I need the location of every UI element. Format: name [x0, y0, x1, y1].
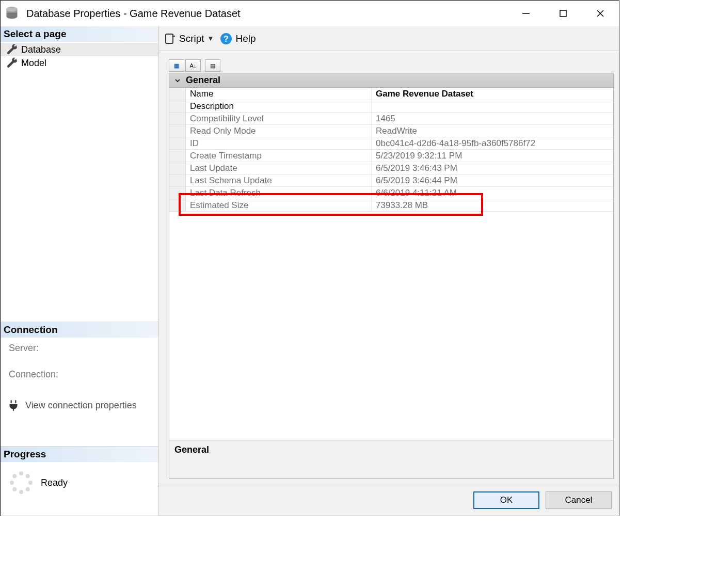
- connection-header: Connection: [1, 322, 158, 338]
- property-grid: General NameGame Revenue DatasetDescript…: [169, 73, 614, 440]
- window-title: Database Properties - Game Revenue Datas…: [26, 8, 241, 20]
- svg-point-1: [7, 7, 18, 11]
- wrench-icon: [7, 57, 18, 69]
- connection-panel: Server: Connection:: [1, 338, 158, 395]
- property-value: 6/5/2019 3:46:44 PM: [372, 174, 613, 186]
- connection-label: Connection:: [9, 369, 150, 380]
- row-gutter: [169, 174, 186, 186]
- dialog-window: Database Properties - Game Revenue Datas…: [0, 0, 619, 516]
- collapse-icon[interactable]: [169, 73, 186, 87]
- property-label: Estimated Size: [186, 199, 372, 211]
- select-a-page-header: Select a page: [1, 26, 158, 42]
- page-item-label: Model: [21, 58, 46, 69]
- property-label: Create Timestamp: [186, 150, 372, 162]
- svg-point-12: [10, 481, 14, 485]
- svg-text:?: ?: [224, 35, 229, 43]
- page-item[interactable]: Model: [1, 56, 158, 70]
- svg-point-7: [26, 474, 30, 478]
- property-row: Read Only ModeReadWrite: [169, 125, 613, 137]
- plug-icon: [7, 399, 20, 412]
- property-value: 1465: [372, 113, 613, 124]
- row-gutter: [169, 113, 186, 124]
- svg-point-13: [12, 474, 17, 478]
- script-label: Script: [179, 33, 204, 44]
- row-gutter: [169, 100, 186, 112]
- svg-point-6: [19, 471, 23, 475]
- server-label: Server:: [9, 343, 150, 354]
- database-icon: [5, 6, 19, 21]
- row-gutter: [169, 199, 186, 211]
- ok-button[interactable]: OK: [473, 491, 539, 509]
- property-value: 73933.28 MB: [372, 199, 613, 211]
- window-controls: [507, 1, 619, 26]
- property-label: ID: [186, 137, 372, 149]
- property-pages-button[interactable]: ▤: [205, 59, 220, 72]
- property-grid-toolbar: ▦ A↓ ▤: [169, 59, 614, 72]
- page-item[interactable]: Database: [1, 43, 158, 56]
- dialog-footer: OK Cancel: [158, 484, 619, 516]
- svg-point-10: [19, 490, 23, 494]
- property-row: Compatibility Level1465: [169, 113, 613, 125]
- property-row: Create Timestamp5/23/2019 9:32:11 PM: [169, 150, 613, 162]
- page-list: DatabaseModel: [1, 42, 158, 71]
- property-row: Estimated Size73933.28 MB: [169, 199, 613, 212]
- maximize-button[interactable]: [545, 1, 582, 26]
- svg-rect-3: [560, 10, 566, 17]
- property-label: Name: [186, 88, 372, 100]
- main-panel: Script ▼ ? Help ▦ A↓ ▤: [158, 26, 619, 516]
- categorized-button[interactable]: ▦: [169, 59, 184, 72]
- property-row[interactable]: Description: [169, 100, 613, 113]
- property-value: 0bc041c4-d2d6-4a18-95fb-a360f5786f72: [372, 137, 613, 149]
- property-label: Compatibility Level: [186, 113, 372, 124]
- row-gutter: [169, 88, 186, 100]
- help-icon: ?: [220, 33, 232, 45]
- property-description-panel: General: [169, 440, 614, 479]
- close-button[interactable]: [582, 1, 619, 26]
- view-connection-properties-link[interactable]: View connection properties: [1, 395, 158, 415]
- property-group-header[interactable]: General: [169, 73, 613, 88]
- property-row: Last Data Refresh6/6/2019 4:11:21 AM: [169, 187, 613, 199]
- property-label: Last Data Refresh: [186, 187, 372, 199]
- property-value: 5/23/2019 9:32:11 PM: [372, 150, 613, 162]
- progress-header: Progress: [1, 446, 158, 462]
- cancel-button[interactable]: Cancel: [546, 491, 612, 509]
- property-label: Description: [186, 100, 372, 112]
- property-row: ID0bc041c4-d2d6-4a18-95fb-a360f5786f72: [169, 137, 613, 150]
- view-connection-properties-label: View connection properties: [25, 400, 137, 411]
- spinner-icon: [9, 470, 34, 495]
- minimize-button[interactable]: [507, 1, 545, 26]
- svg-rect-14: [166, 34, 173, 43]
- script-button[interactable]: Script ▼: [164, 33, 214, 45]
- row-gutter: [169, 125, 186, 137]
- property-rows: NameGame Revenue DatasetDescriptionCompa…: [169, 88, 613, 212]
- wrench-icon: [7, 44, 18, 55]
- main-toolbar: Script ▼ ? Help: [158, 26, 619, 51]
- property-value[interactable]: [372, 100, 613, 112]
- property-value: 6/5/2019 3:46:43 PM: [372, 162, 613, 174]
- alphabetical-button[interactable]: A↓: [185, 59, 201, 72]
- row-gutter: [169, 187, 186, 199]
- help-button[interactable]: ? Help: [220, 33, 256, 45]
- property-description-title: General: [174, 444, 608, 455]
- property-label: Read Only Mode: [186, 125, 372, 137]
- progress-status: Ready: [41, 478, 68, 488]
- chevron-down-icon: ▼: [208, 35, 214, 42]
- property-row: Last Schema Update6/5/2019 3:46:44 PM: [169, 174, 613, 187]
- property-grid-wrap: ▦ A↓ ▤ General NameGame Revenue DatasetD…: [158, 51, 619, 484]
- property-row: Last Update6/5/2019 3:46:43 PM: [169, 162, 613, 174]
- row-gutter: [169, 150, 186, 162]
- property-value[interactable]: Game Revenue Dataset: [372, 88, 613, 100]
- progress-panel: Ready: [1, 462, 158, 495]
- sidebar: Select a page DatabaseModel Connection S…: [1, 26, 158, 516]
- property-group-label: General: [186, 75, 220, 86]
- svg-point-11: [12, 487, 17, 491]
- page-item-label: Database: [21, 44, 61, 55]
- row-gutter: [169, 162, 186, 174]
- property-value: 6/6/2019 4:11:21 AM: [372, 187, 613, 199]
- property-row[interactable]: NameGame Revenue Dataset: [169, 88, 613, 100]
- svg-point-8: [28, 481, 33, 485]
- svg-point-9: [26, 487, 30, 491]
- property-label: Last Update: [186, 162, 372, 174]
- row-gutter: [169, 137, 186, 149]
- property-label: Last Schema Update: [186, 174, 372, 186]
